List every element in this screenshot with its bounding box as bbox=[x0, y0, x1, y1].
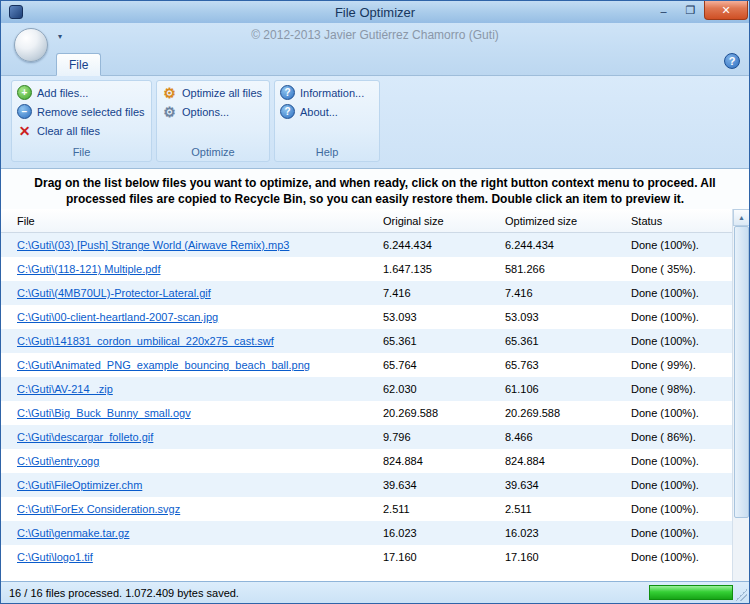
original-size-cell: 824.884 bbox=[381, 455, 503, 467]
file-link[interactable]: C:\Guti\logo1.tif bbox=[17, 551, 93, 563]
original-size-cell: 53.093 bbox=[381, 311, 503, 323]
instructions-text: Drag on the list below files you want to… bbox=[1, 169, 749, 209]
status-cell: Done (100%). bbox=[629, 287, 732, 299]
vertical-scrollbar[interactable]: ▲ ▼ bbox=[732, 209, 749, 604]
file-list-area: File Original size Optimized size Status… bbox=[1, 209, 749, 604]
original-size-cell: 1.647.135 bbox=[381, 263, 503, 275]
original-size-cell: 65.361 bbox=[381, 335, 503, 347]
optimized-size-cell: 61.106 bbox=[503, 383, 629, 395]
minimize-button[interactable]: – bbox=[650, 1, 677, 20]
table-row[interactable]: C:\Guti\FileOptimizer.chm 39.634 39.634 … bbox=[1, 473, 732, 497]
maximize-button[interactable]: ❐ bbox=[677, 1, 704, 20]
optimized-size-cell: 20.269.588 bbox=[503, 407, 629, 419]
resize-grip[interactable] bbox=[735, 589, 747, 601]
clear-all-files-button[interactable]: ✕ Clear all files bbox=[14, 121, 149, 140]
add-files-button[interactable]: + Add files... bbox=[14, 83, 149, 102]
column-header-status[interactable]: Status bbox=[629, 215, 732, 227]
help-icon[interactable]: ? bbox=[724, 53, 740, 69]
file-link[interactable]: C:\Guti\genmake.tar.gz bbox=[17, 527, 130, 539]
column-header-optimized-size[interactable]: Optimized size bbox=[503, 215, 629, 227]
about-label: About... bbox=[300, 106, 338, 118]
information-button[interactable]: ? Information... bbox=[277, 83, 377, 102]
scroll-up-icon[interactable]: ▲ bbox=[733, 209, 750, 226]
original-size-cell: 17.160 bbox=[381, 551, 503, 563]
quick-access-dropdown[interactable]: ▾ bbox=[55, 32, 65, 42]
status-cell: Done ( 98%). bbox=[629, 383, 732, 395]
file-link[interactable]: C:\Guti\(4MB70UL)-Protector-Lateral.gif bbox=[17, 287, 211, 299]
application-menu-orb[interactable] bbox=[14, 28, 48, 62]
ribbon-group-help: ? Information... ? About... Help bbox=[274, 80, 380, 162]
add-files-label: Add files... bbox=[37, 87, 88, 99]
table-row[interactable]: C:\Guti\Big_Buck_Bunny_small.ogv 20.269.… bbox=[1, 401, 732, 425]
ribbon-tab-row: ▾ File ? bbox=[1, 46, 749, 76]
table-row[interactable]: C:\Guti\(118-121) Multiple.pdf 1.647.135… bbox=[1, 257, 732, 281]
subtitle-bar: © 2012-2013 Javier Gutiérrez Chamorro (G… bbox=[1, 23, 749, 46]
table-row[interactable]: C:\Guti\(4MB70UL)-Protector-Lateral.gif … bbox=[1, 281, 732, 305]
table-row[interactable]: C:\Guti\descargar_folleto.gif 9.796 8.46… bbox=[1, 425, 732, 449]
file-link[interactable]: C:\Guti\(118-121) Multiple.pdf bbox=[17, 263, 160, 275]
vertical-scroll-thumb[interactable] bbox=[734, 226, 749, 518]
file-link[interactable]: C:\Guti\141831_cordon_umbilical_220x275_… bbox=[17, 335, 274, 347]
file-link[interactable]: C:\Guti\Animated_PNG_example_bouncing_be… bbox=[17, 359, 310, 371]
ribbon-group-optimize-label: Optimize bbox=[159, 145, 267, 160]
optimized-size-cell: 16.023 bbox=[503, 527, 629, 539]
information-icon: ? bbox=[280, 85, 295, 100]
close-button[interactable]: ✕ bbox=[704, 1, 748, 20]
tab-file[interactable]: File bbox=[56, 53, 101, 76]
file-link[interactable]: C:\Guti\00-client-heartland-2007-scan.jp… bbox=[17, 311, 218, 323]
status-cell: Done (100%). bbox=[629, 527, 732, 539]
optimized-size-cell: 17.160 bbox=[503, 551, 629, 563]
original-size-cell: 62.030 bbox=[381, 383, 503, 395]
table-row[interactable]: C:\Guti\Animated_PNG_example_bouncing_be… bbox=[1, 353, 732, 377]
table-row[interactable]: C:\Guti\00-client-heartland-2007-scan.jp… bbox=[1, 305, 732, 329]
optimize-gear-icon: ⚙ bbox=[162, 85, 177, 100]
table-row[interactable]: C:\Guti\AV-214_.zip 62.030 61.106 Done (… bbox=[1, 377, 732, 401]
status-cell: Done (100%). bbox=[629, 455, 732, 467]
titlebar[interactable]: File Optimizer – ❐ ✕ bbox=[1, 1, 749, 23]
optimized-size-cell: 8.466 bbox=[503, 431, 629, 443]
table-header-row: File Original size Optimized size Status bbox=[1, 209, 732, 233]
remove-selected-files-label: Remove selected files bbox=[37, 106, 145, 118]
file-link[interactable]: C:\Guti\ForEx Consideration.svgz bbox=[17, 503, 180, 515]
optimized-size-cell: 6.244.434 bbox=[503, 239, 629, 251]
about-icon: ? bbox=[280, 104, 295, 119]
file-link[interactable]: C:\Guti\entry.ogg bbox=[17, 455, 99, 467]
file-link[interactable]: C:\Guti\descargar_folleto.gif bbox=[17, 431, 153, 443]
table-row[interactable]: C:\Guti\entry.ogg 824.884 824.884 Done (… bbox=[1, 449, 732, 473]
ribbon-group-file: + Add files... − Remove selected files ✕… bbox=[11, 80, 152, 162]
status-cell: Done (100%). bbox=[629, 239, 732, 251]
about-button[interactable]: ? About... bbox=[277, 102, 377, 121]
file-link[interactable]: C:\Guti\(03) [Push] Strange World (Airwa… bbox=[17, 239, 289, 251]
original-size-cell: 20.269.588 bbox=[381, 407, 503, 419]
table-row[interactable]: C:\Guti\ForEx Consideration.svgz 2.511 2… bbox=[1, 497, 732, 521]
column-header-file[interactable]: File bbox=[1, 215, 381, 227]
table-row[interactable]: C:\Guti\genmake.tar.gz 16.023 16.023 Don… bbox=[1, 521, 732, 545]
table-row[interactable]: C:\Guti\(03) [Push] Strange World (Airwa… bbox=[1, 233, 732, 257]
file-table: File Original size Optimized size Status… bbox=[1, 209, 732, 604]
app-window: File Optimizer – ❐ ✕ © 2012-2013 Javier … bbox=[0, 0, 750, 604]
optimized-size-cell: 2.511 bbox=[503, 503, 629, 515]
options-button[interactable]: ⚙ Options... bbox=[159, 102, 267, 121]
status-cell: Done (100%). bbox=[629, 503, 732, 515]
file-link[interactable]: C:\Guti\FileOptimizer.chm bbox=[17, 479, 142, 491]
original-size-cell: 16.023 bbox=[381, 527, 503, 539]
information-label: Information... bbox=[300, 87, 364, 99]
copyright-text: © 2012-2013 Javier Gutiérrez Chamorro (G… bbox=[251, 28, 499, 42]
original-size-cell: 2.511 bbox=[381, 503, 503, 515]
file-link[interactable]: C:\Guti\AV-214_.zip bbox=[17, 383, 113, 395]
remove-files-icon: − bbox=[17, 104, 32, 119]
status-cell: Done (100%). bbox=[629, 335, 732, 347]
optimized-size-cell: 581.266 bbox=[503, 263, 629, 275]
remove-selected-files-button[interactable]: − Remove selected files bbox=[14, 102, 149, 121]
column-header-original-size[interactable]: Original size bbox=[381, 215, 503, 227]
window-controls: – ❐ ✕ bbox=[650, 1, 748, 20]
status-cell: Done (100%). bbox=[629, 407, 732, 419]
add-files-icon: + bbox=[17, 85, 32, 100]
window-title: File Optimizer bbox=[1, 5, 749, 20]
options-label: Options... bbox=[182, 106, 229, 118]
table-row[interactable]: C:\Guti\141831_cordon_umbilical_220x275_… bbox=[1, 329, 732, 353]
file-link[interactable]: C:\Guti\Big_Buck_Bunny_small.ogv bbox=[17, 407, 191, 419]
table-row[interactable]: C:\Guti\logo1.tif 17.160 17.160 Done (10… bbox=[1, 545, 732, 569]
optimize-all-files-button[interactable]: ⚙ Optimize all files bbox=[159, 83, 267, 102]
options-gear-icon: ⚙ bbox=[162, 104, 177, 119]
